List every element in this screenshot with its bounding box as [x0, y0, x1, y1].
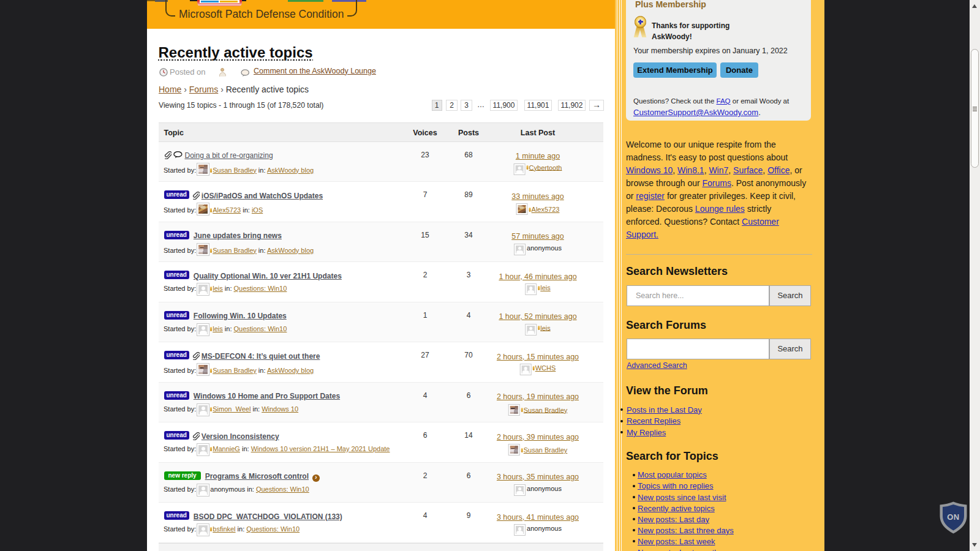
svg-text:ON: ON: [947, 512, 960, 522]
